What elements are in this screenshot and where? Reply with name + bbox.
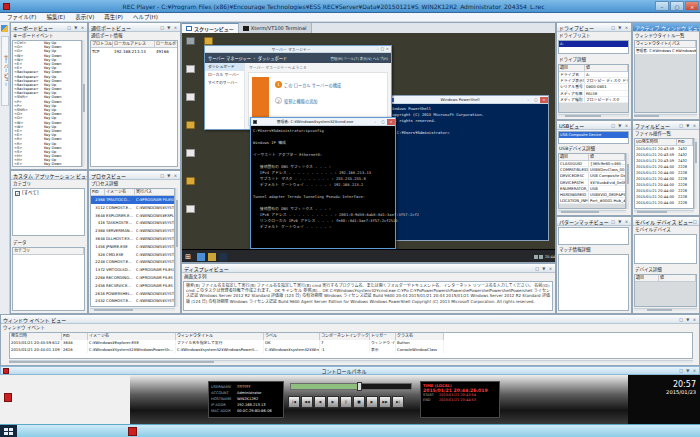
usb-device-list[interactable]: USB Composite Device (558, 131, 629, 144)
process-row[interactable]: 2368SERVERMAN...C:¥WINDOWS¥SYSTEM3... (91, 227, 174, 235)
panel-control-buttons[interactable]: □ ▼ × (535, 266, 553, 271)
data-list[interactable]: カテゴリ (12, 247, 85, 311)
column-header[interactable]: PID (62, 333, 88, 340)
panel-control-buttons[interactable]: □ ▼ × (679, 317, 697, 322)
mobile-device-list[interactable] (634, 234, 697, 264)
column-header[interactable]: プロトコル (91, 41, 113, 47)
seek-handle[interactable] (357, 382, 362, 391)
column-header[interactable]: 項目 (559, 154, 589, 160)
column-header[interactable]: PID (677, 139, 693, 145)
maximize-button[interactable]: ▢ (379, 119, 387, 125)
desktop-icon-folder[interactable] (204, 37, 213, 45)
process-table[interactable]: PID イメージ名 実行パス 2368TPAUTOCO...C:¥PROGRAM… (90, 188, 175, 307)
powershell-window[interactable]: Windows PowerShell – ▢ × Windows PowerSh… (387, 95, 549, 241)
active-window-row[interactable]: 管理者: C:¥Windows¥syst...C:¥Windows¥s... (635, 48, 696, 54)
pattern-detail-box[interactable] (558, 254, 629, 311)
desktop-icon-folder[interactable] (186, 121, 195, 129)
comm-port-row[interactable]: TCP192.168.213.1349166 (91, 48, 177, 55)
minimize-button[interactable]: – (655, 1, 669, 11)
pattern-list[interactable] (558, 227, 629, 245)
process-row[interactable]: 3648EXPLORER.E...C:¥WINDOWS¥EXPLOR... (91, 212, 174, 220)
process-row[interactable]: 1456JPNIME.EXEC:¥WINDOWS¥SYSTEM3... (91, 243, 174, 251)
desktop-icon-folder[interactable] (186, 177, 195, 185)
collapsed-panel-tab[interactable]: サーバービュー (1, 36, 9, 106)
panel-control-buttons[interactable]: □ ▼ × (679, 123, 697, 128)
menu-item[interactable]: 表示(V) (70, 13, 99, 22)
column-header[interactable]: 実行パス (135, 189, 175, 195)
scrollbar[interactable] (82, 40, 85, 167)
playback-button[interactable]: |◀ (288, 396, 300, 408)
scrollbar[interactable] (175, 188, 178, 307)
server-manager-menu[interactable]: 管理(M) ツール(T) 表示(V) ヘルプ(H) (330, 56, 388, 61)
active-window-table[interactable]: ウィンドウタイトル パス 管理者: C:¥Windows¥syst...C:¥W… (634, 40, 697, 113)
column-header[interactable]: トリガー (370, 333, 396, 340)
column-header[interactable]: ローカルポート (155, 41, 178, 47)
process-row[interactable]: 416TASKHOSTE...C:¥WINDOWS¥SYSTEM3... (91, 219, 174, 227)
process-row[interactable]: 2368TPAUTOCO...C:¥PROGRAM FILES¥VM... (91, 196, 174, 204)
scrollbar[interactable] (90, 308, 175, 311)
column-header[interactable]: カテゴリ (13, 248, 84, 254)
process-row[interactable]: 2268RECORDING...C:¥PROGRAM FILES (X8... (91, 274, 174, 282)
tab-xterm-terminal[interactable]: Xterm/VT100 Terminal (239, 23, 312, 33)
window-event-row[interactable]: 2015/01/21 20:44:01.1092616C:¥Windows¥Sy… (10, 347, 692, 354)
process-row[interactable]: 2248CONHOST.E...C:¥WINDOWS¥SYSTEM3... (91, 258, 174, 266)
tab-screen-view[interactable]: スクリーンビュー (182, 23, 239, 33)
maximize-button[interactable]: ▢ (532, 97, 540, 103)
scrollbar[interactable] (634, 114, 697, 117)
screen-text-box[interactable]: 検索(B) ファイル名を指定して実行(B) ファイル名を指定して実行(B) cm… (183, 281, 553, 311)
panel-control-buttons[interactable]: □ ▼ × (611, 219, 629, 224)
quick-link[interactable]: 2役割と機能の追加 (275, 97, 318, 104)
process-row[interactable]: 3648DLLHOST.EX...C:¥WINDOWS¥SYSTEM3... (91, 235, 174, 243)
device-detail-table[interactable]: 項目 値 (634, 274, 697, 307)
sidebar-item[interactable]: すべてのサーバー (205, 79, 244, 87)
drive-list[interactable]: A: (558, 40, 629, 54)
usb-detail-table[interactable]: 項目 値 CLASSGUID{36fc9e60-c465-...COMPATIB… (558, 153, 626, 209)
column-header[interactable]: ウィンドウタイトル (176, 333, 264, 340)
playback-button[interactable]: ▶▶ (379, 396, 391, 408)
comm-port-table[interactable]: プロトコル ローカルアドレス ローカルポート TCP192.168.213.13… (90, 40, 178, 167)
seek-slider[interactable] (290, 383, 412, 390)
close-button[interactable]: × (387, 119, 395, 125)
scrollbar[interactable] (558, 114, 629, 117)
column-header[interactable]: イメージ名 (88, 333, 176, 340)
tray-icon[interactable] (539, 255, 543, 259)
playback-button[interactable]: || (340, 396, 352, 408)
rec-player-taskbar-icon[interactable] (128, 427, 137, 436)
panel-control-buttons[interactable]: □ ▼ × (160, 25, 178, 30)
remote-taskbar-app-icon[interactable] (197, 253, 205, 261)
panel-control-buttons[interactable]: □ ▼ × (679, 368, 697, 373)
window-event-table[interactable]: 発生日時 PID イメージ名 ウィンドウタイトル ラベル コンポーネントインデッ… (9, 332, 693, 359)
column-header[interactable]: 値 (659, 275, 696, 281)
drive-detail-table[interactable]: 項目 値 ドライブ名A:ドライブ表示名フロッピー ディスク ドライブシリアル番号… (558, 64, 629, 113)
menu-item[interactable]: 編集(E) (41, 13, 70, 22)
column-header[interactable]: コンポーネントインデックス (320, 333, 370, 340)
tray-icon[interactable] (534, 255, 538, 259)
panel-control-buttons[interactable]: □ ▼ × (611, 123, 629, 128)
column-header[interactable]: イメージ名 (105, 189, 135, 195)
usb-device-item[interactable]: USB Composite Device (559, 132, 628, 138)
start-button[interactable] (0, 425, 17, 437)
scrollbar[interactable] (558, 210, 626, 213)
file-operation-row[interactable]: 2015/01/21 20:44:002228 (635, 200, 693, 206)
process-row[interactable]: 2616POWERSHEL...C:¥WINDOWS¥SYSTEM3... (91, 290, 174, 298)
column-header[interactable]: 値 (589, 154, 625, 160)
panel-control-buttons[interactable]: □ ▼ × (160, 173, 178, 178)
column-header[interactable]: 値 (585, 65, 628, 71)
remote-taskbar-app-icon[interactable] (208, 253, 216, 261)
category-item[interactable]: ✓ [すべて] (13, 189, 84, 197)
sidebar-item[interactable]: ローカル サーバー (205, 71, 244, 79)
process-row[interactable]: 2456RECSRVICE...C:¥PROGRAM FILES (X8... (91, 282, 174, 290)
scrollbar[interactable] (634, 308, 697, 311)
desktop-icon-file[interactable] (186, 65, 195, 73)
drive-list-item[interactable]: A: (559, 41, 628, 47)
window-event-row[interactable]: 2015/01/21 20:43:59.6123648C:¥Windows¥Ex… (10, 340, 692, 347)
remote-start-button[interactable]: ⊞ (182, 250, 194, 264)
column-header[interactable]: 発生日時 (10, 333, 62, 340)
panel-control-buttons[interactable]: □ ▼ × (67, 25, 85, 30)
process-row[interactable]: 2432CONHOST.E...C:¥WINDOWS¥SYSTEM3... (91, 297, 174, 305)
file-operation-table[interactable]: I/O発生時刻 PID 2015/01/21 20:43:5924322015/… (634, 138, 694, 209)
close-button[interactable]: × (386, 47, 391, 51)
desktop-icon-file[interactable] (186, 93, 195, 101)
column-header[interactable]: PID (91, 189, 105, 195)
menu-item[interactable]: 再生(P) (99, 13, 128, 22)
